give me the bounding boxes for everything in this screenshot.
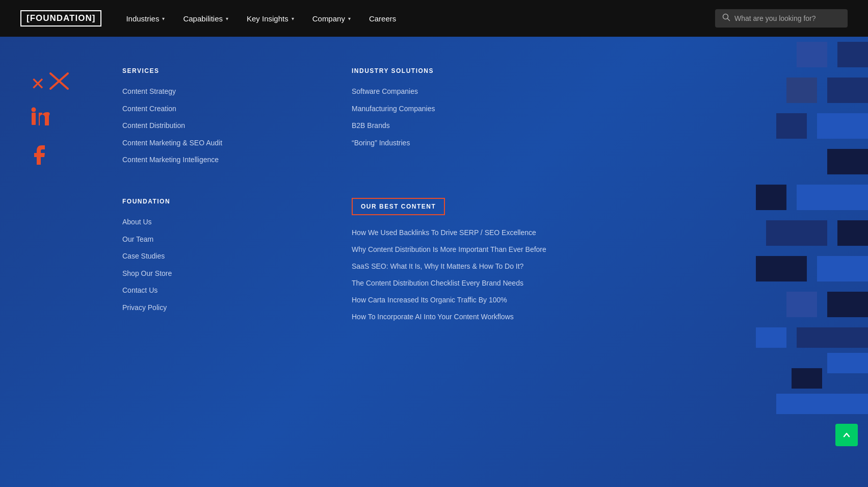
- deco-block: [792, 368, 822, 389]
- services-section: SERVICES Content Strategy Content Creati…: [122, 67, 352, 172]
- industry-solutions-section: INDUSTRY SOLUTIONS Software Companies Ma…: [352, 67, 581, 172]
- best-content-link-carta[interactable]: How Carta Increased Its Organic Traffic …: [352, 295, 561, 305]
- svg-line-1: [728, 19, 730, 21]
- deco-block: [776, 113, 807, 139]
- svg-rect-2: [32, 113, 36, 125]
- twitter-icon[interactable]: ✕: [31, 72, 122, 92]
- best-content-link-ai[interactable]: How To Incorporate AI Into Your Content …: [352, 312, 561, 322]
- nav-key-insights[interactable]: Key Insights ▾: [247, 14, 294, 23]
- deco-block: [837, 42, 868, 67]
- nav-industries[interactable]: Industries ▾: [126, 14, 165, 23]
- deco-block: [827, 353, 868, 373]
- best-content-link-distribution[interactable]: Why Content Distribution Is More Importa…: [352, 244, 561, 255]
- best-content-link-checklist[interactable]: The Content Distribution Checklist Every…: [352, 278, 561, 289]
- scroll-top-button[interactable]: [835, 424, 858, 446]
- industry-link-software[interactable]: Software Companies: [352, 87, 561, 97]
- industry-link-boring[interactable]: “Boring” Industries: [352, 138, 561, 148]
- deco-block: [786, 78, 817, 103]
- services-title: SERVICES: [122, 67, 331, 74]
- service-link-content-distribution[interactable]: Content Distribution: [122, 121, 331, 131]
- footer-row1: ✕ SERVICES Content Strategy: [0, 67, 612, 172]
- search-icon: [722, 13, 730, 23]
- main-content: ✕ SERVICES Content Strategy: [0, 37, 868, 487]
- foundation-link-team[interactable]: Our Team: [122, 235, 331, 245]
- deco-block: [797, 185, 868, 210]
- best-content-link-saas-seo[interactable]: SaaS SEO: What It Is, Why It Matters & H…: [352, 261, 561, 272]
- nav-capabilities[interactable]: Capabilities ▾: [183, 14, 228, 23]
- deco-block: [756, 185, 786, 210]
- foundation-link-contact[interactable]: Contact Us: [122, 286, 331, 296]
- deco-block: [786, 292, 817, 317]
- foundation-link-shop[interactable]: Shop Our Store: [122, 269, 331, 279]
- service-link-content-marketing-seo[interactable]: Content Marketing & SEO Audit: [122, 138, 331, 148]
- deco-block: [797, 327, 868, 348]
- service-link-content-marketing-intelligence[interactable]: Content Marketing Intelligence: [122, 155, 331, 165]
- chevron-down-icon: ▾: [226, 16, 228, 21]
- foundation-section: FOUNDATION About Us Our Team Case Studie…: [122, 198, 352, 328]
- chevron-down-icon: ▾: [292, 16, 294, 21]
- logo-text: [FOUNDATION]: [27, 13, 95, 23]
- deco-block: [827, 78, 868, 103]
- deco-block: [817, 113, 868, 139]
- service-link-content-strategy[interactable]: Content Strategy: [122, 87, 331, 97]
- spacer-col: [31, 198, 122, 328]
- deco-block: [797, 42, 827, 67]
- chevron-down-icon: ▾: [162, 16, 165, 21]
- deco-block: [827, 292, 868, 317]
- our-best-content-title: OUR BEST CONTENT: [352, 198, 445, 215]
- industry-link-manufacturing[interactable]: Manufacturing Companies: [352, 104, 561, 114]
- facebook-icon[interactable]: [31, 143, 122, 168]
- deco-block: [756, 256, 807, 281]
- navbar: [FOUNDATION] Industries ▾ Capabilities ▾…: [0, 0, 868, 37]
- svg-point-3: [32, 108, 36, 112]
- linkedin-icon[interactable]: [31, 107, 122, 129]
- logo[interactable]: [FOUNDATION]: [20, 10, 101, 27]
- industry-solutions-title: INDUSTRY SOLUTIONS: [352, 67, 561, 74]
- deco-block: [756, 327, 786, 348]
- deco-block: [837, 220, 868, 246]
- best-content-link-backlinks[interactable]: How We Used Backlinks To Drive SERP / SE…: [352, 227, 561, 238]
- foundation-link-privacy[interactable]: Privacy Policy: [122, 303, 331, 313]
- social-column: ✕: [31, 67, 122, 172]
- nav-company[interactable]: Company ▾: [312, 14, 351, 23]
- footer-row2: FOUNDATION About Us Our Team Case Studie…: [0, 172, 612, 328]
- nav-careers[interactable]: Careers: [369, 14, 396, 23]
- foundation-title: FOUNDATION: [122, 198, 331, 205]
- service-link-content-creation[interactable]: Content Creation: [122, 104, 331, 114]
- industry-link-b2b[interactable]: B2B Brands: [352, 121, 561, 131]
- search-placeholder: What are you looking for?: [734, 14, 816, 22]
- chevron-down-icon: ▾: [348, 16, 351, 21]
- deco-block: [766, 220, 827, 246]
- foundation-link-case-studies[interactable]: Case Studies: [122, 251, 331, 262]
- nav-items: Industries ▾ Capabilities ▾ Key Insights…: [126, 14, 715, 23]
- deco-block: [817, 256, 868, 281]
- our-best-content-section: OUR BEST CONTENT How We Used Backlinks T…: [352, 198, 581, 328]
- search-box[interactable]: What are you looking for?: [715, 9, 848, 28]
- deco-blocks: [705, 37, 868, 487]
- deco-block: [827, 149, 868, 174]
- foundation-link-about[interactable]: About Us: [122, 217, 331, 227]
- deco-block: [776, 394, 868, 414]
